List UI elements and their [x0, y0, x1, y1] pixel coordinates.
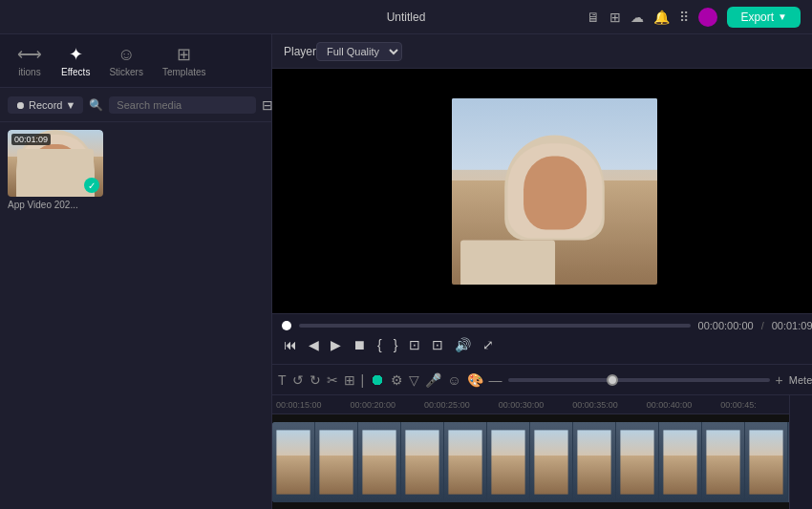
zoom-slider-track[interactable] — [508, 378, 770, 382]
record-icon: ⏺ — [15, 99, 26, 111]
mark-out-button[interactable]: } — [392, 335, 400, 354]
record-tool-icon[interactable]: ⏺ — [370, 371, 385, 389]
cloud-icon[interactable]: ☁ — [630, 10, 644, 25]
clip-frame — [659, 422, 702, 502]
sticker-tool-icon[interactable]: ☺ — [447, 372, 460, 388]
undo-icon[interactable]: ↺ — [292, 372, 304, 388]
mark-in-button[interactable]: { — [375, 335, 384, 354]
skip-back-button[interactable]: ⏮ — [282, 335, 299, 354]
meter-tick: -24 — [794, 477, 812, 485]
ruler-tick: 00:00:25:00 — [424, 400, 470, 410]
meter-tick: 0 — [794, 400, 812, 409]
media-check-icon: ✓ — [84, 178, 99, 193]
clip-frame — [358, 422, 401, 502]
text-tool-icon[interactable]: T — [278, 372, 287, 388]
search-input[interactable] — [109, 96, 256, 114]
record-chevron-icon: ▼ — [65, 99, 75, 111]
clip-frame — [573, 422, 616, 502]
progress-bar-wrap: 00:00:00:00 / 00:01:09:19 — [282, 320, 812, 331]
monitor-icon[interactable]: 🖥 — [587, 10, 600, 25]
playback-controls: ⏮ ◀ ▶ ⏹ { } ⊡ ⊡ 🔊 ⤢ — [282, 335, 812, 354]
meter-tick: -18 — [794, 457, 812, 466]
templates-icon: ⊞ — [177, 44, 191, 65]
sidebar-item-effects[interactable]: ✦ Effects — [52, 40, 99, 81]
meter-tick: -30 — [794, 496, 812, 504]
redo-icon[interactable]: ↻ — [310, 372, 321, 388]
apps-icon[interactable]: ⠿ — [679, 10, 689, 25]
clip-frame — [530, 422, 573, 502]
record-button[interactable]: ⏺ Record ▼ — [8, 96, 83, 114]
clip-frame — [444, 422, 487, 502]
play-button[interactable]: ▶ — [329, 335, 343, 354]
plus-icon[interactable]: + — [776, 372, 783, 388]
player-label: Player — [284, 45, 316, 58]
main-area: ⟷ itions ✦ Effects ☺ Stickers ⊞ Template… — [0, 34, 812, 509]
video-frame — [452, 98, 657, 285]
stop-button[interactable]: ⏹ — [351, 335, 368, 354]
minus-icon[interactable]: — — [489, 372, 502, 388]
ruler-tick: 00:00:40:00 — [647, 400, 693, 410]
zoom-slider-thumb — [607, 374, 618, 386]
export-button[interactable]: Export ▼ — [727, 7, 801, 28]
color-tool-icon[interactable]: 🎨 — [467, 372, 483, 388]
stickers-icon: ☺ — [118, 45, 135, 65]
time-current: 00:00:00:00 — [698, 320, 754, 331]
meter-tick: -12 — [794, 438, 812, 447]
meter-scale: 0 -6 -12 -18 -24 -30 — [790, 395, 812, 509]
settings-icon[interactable]: ⚙ — [391, 372, 403, 388]
trim-icon[interactable]: ✂ — [327, 372, 338, 388]
frame-back-button[interactable]: ◀ — [307, 335, 321, 354]
ruler-tick: 00:00:30:00 — [499, 400, 545, 410]
time-separator: / — [761, 320, 764, 331]
timeline: 00:00:15:00 00:00:20:00 00:00:25:00 00:0… — [272, 394, 812, 509]
progress-track[interactable] — [299, 324, 691, 328]
clip-frame — [401, 422, 444, 502]
search-icon: 🔍 — [89, 98, 103, 112]
clip-frame — [616, 422, 659, 502]
media-grid: 00:01:09 ✓ App Video 202... — [0, 122, 271, 509]
export-arrow-icon: ▼ — [778, 11, 787, 22]
clip-frame — [745, 422, 788, 502]
timeline-body: 00:00:15:00 00:00:20:00 00:00:25:00 00:0… — [272, 395, 789, 509]
zoom-button[interactable]: ⤢ — [481, 335, 496, 354]
ruler-tick: 00:00:35:00 — [572, 400, 618, 410]
crop-icon[interactable]: ⊞ — [344, 372, 355, 388]
sidebar-item-stickers[interactable]: ☺ Stickers — [99, 41, 153, 81]
sidebar-item-templates[interactable]: ⊞ Templates — [153, 40, 216, 81]
ruler-tick: 00:00:45: — [720, 400, 757, 410]
media-thumbnail: 00:01:09 ✓ — [8, 130, 103, 197]
ruler-tick: 00:00:15:00 — [276, 400, 322, 410]
insert-button[interactable]: ⊡ — [407, 335, 422, 354]
bell-icon[interactable]: 🔔 — [653, 10, 670, 25]
player-bar: Player Full Quality ⤢ — [272, 34, 812, 69]
mic-icon[interactable]: 🎤 — [425, 372, 441, 388]
clip-frame — [702, 422, 745, 502]
timeline-clip[interactable] — [272, 422, 789, 502]
meter-label: Meter — [789, 374, 812, 386]
meter-panel: 0 -6 -12 -18 -24 -30 — [789, 395, 812, 509]
quality-select[interactable]: Full Quality — [316, 42, 402, 61]
avatar[interactable] — [698, 8, 717, 27]
grid-icon[interactable]: ⊞ — [609, 10, 621, 25]
top-bar: Untitled 🖥 ⊞ ☁ 🔔 ⠿ Export ▼ — [0, 0, 812, 34]
timeline-controls: 00:00:00:00 / 00:01:09:19 ⏮ ◀ ▶ ⏹ { } ⊡ … — [272, 313, 812, 364]
app-title: Untitled — [387, 11, 426, 24]
effects-icon: ✦ — [69, 44, 83, 65]
filter-tool-icon[interactable]: ▽ — [409, 372, 419, 388]
media-item[interactable]: 00:01:09 ✓ App Video 202... — [8, 130, 103, 210]
toolbar-tabs: ⟷ itions ✦ Effects ☺ Stickers ⊞ Template… — [0, 34, 271, 88]
timeline-track — [272, 414, 789, 509]
playhead-dot — [282, 321, 291, 330]
media-bar: ⏺ Record ▼ 🔍 ⊟ ··· — [0, 88, 271, 122]
split-icon[interactable]: | — [361, 372, 365, 388]
clip-frame — [487, 422, 530, 502]
audio-button[interactable]: 🔊 — [453, 335, 473, 354]
top-right-controls: 🖥 ⊞ ☁ 🔔 ⠿ Export ▼ — [587, 7, 801, 28]
ruler-tick: 00:00:20:00 — [351, 400, 396, 410]
bottom-toolbar: T ↺ ↻ ✂ ⊞ | ⏺ ⚙ ▽ 🎤 ☺ 🎨 — + Meter ▲ — [272, 364, 812, 394]
sidebar-item-transitions[interactable]: ⟷ itions — [8, 40, 52, 81]
center-panel: Player Full Quality ⤢ — [272, 34, 812, 509]
clip-frames — [272, 422, 788, 502]
overlay-button[interactable]: ⊡ — [430, 335, 445, 354]
media-duration: 00:01:09 — [11, 134, 51, 145]
